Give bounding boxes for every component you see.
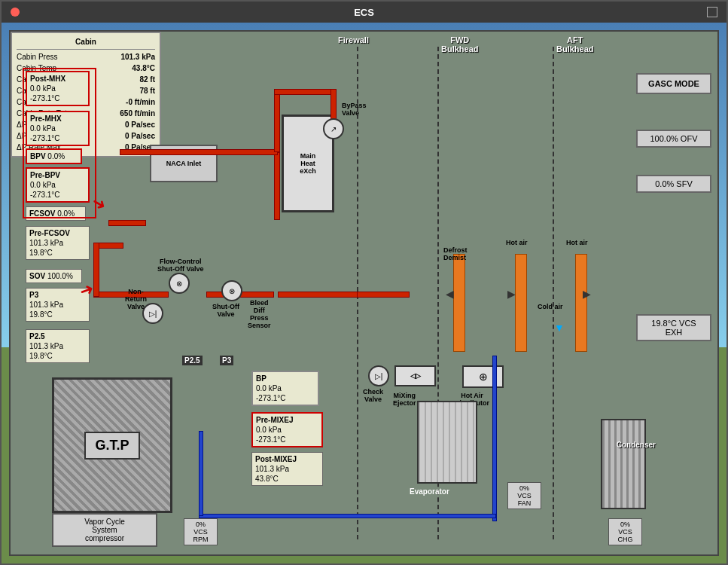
check-valve-label: CheckValve — [363, 388, 383, 403]
gtp-box: G.T.P — [52, 377, 172, 513]
bp-box: BP 0.0 kPa -273.1°C — [251, 371, 319, 406]
aft-bulkhead-label: AFT Bulkhead — [556, 35, 594, 53]
cold-air-label: Cold air — [538, 303, 563, 310]
vcs-exh-display: 19.8°C VCS EXH — [636, 314, 711, 341]
app-window: ECS Firewall FWD Bulkhead AFT Bulkhead — [0, 0, 728, 565]
vcs-fan-display: 0% VCS FAN — [507, 482, 541, 509]
flow-control-label: Flow-ControlShut-Off Valve — [157, 258, 204, 273]
pipe-red-v3 — [274, 92, 280, 152]
evaporator — [417, 401, 477, 484]
hot-air-distributor[interactable]: ⊕ — [462, 365, 504, 388]
window-title: ECS — [354, 7, 374, 18]
bypass-valve[interactable]: ↗ — [323, 118, 344, 139]
title-bar: ECS — [2, 2, 726, 23]
fcsov-box: FCSOV 0.0% — [26, 206, 86, 221]
duct-arrow-3: ▶ — [583, 288, 591, 300]
cold-air-arrow: ▼ — [554, 322, 565, 334]
post-mhx-box: Post-MHX 0.0 kPa -273.1°C — [26, 71, 90, 106]
main-content: Firewall FWD Bulkhead AFT Bulkhead Post-… — [2, 23, 726, 563]
vcs-compressor-label: Vapor Cycle System compressor — [52, 513, 157, 547]
check-valve[interactable]: ▷| — [368, 365, 389, 386]
condenser-unit — [601, 419, 646, 509]
pipe-red-v2 — [274, 152, 280, 220]
vcs-rpm-display: 0% VCS RPM — [184, 518, 218, 545]
shutoff-valve-label: Shut-OffValve — [212, 303, 239, 318]
defrost-duct — [453, 254, 465, 352]
blue-pipe-v1 — [492, 356, 497, 521]
pipe-red-h5 — [120, 149, 278, 155]
evaporator-label: Evaporator — [410, 487, 449, 496]
bleed-diff-press-label: BleedDiffPressSensor — [248, 299, 271, 329]
p25-pipe-label: P2.5 — [182, 356, 203, 365]
p25-box: P2.5 101.3 kPa 19.8°C — [26, 329, 90, 363]
ecs-diagram: Firewall FWD Bulkhead AFT Bulkhead Post-… — [9, 30, 719, 556]
bypass-valve-label: ByPassValve — [342, 102, 367, 117]
pipe-red-v1 — [93, 243, 99, 297]
sov-box: SOV 100.0% — [26, 269, 82, 283]
non-return-valve-label: Non-ReturnValve — [125, 288, 147, 310]
sfv-button[interactable]: 0.0% SFV — [636, 175, 711, 193]
maximize-button[interactable] — [707, 7, 717, 17]
vcs-chg-display: 0% VCS CHG — [608, 518, 642, 545]
pipe-red-h8 — [357, 292, 410, 298]
p3-pipe-label: P3 — [220, 356, 233, 365]
shutoff-valve[interactable]: ⊗ — [221, 280, 242, 301]
hot-air-duct-right — [575, 254, 587, 352]
pre-mhx-box: Pre-MHX 0.0 kPa -273.1°C — [26, 111, 90, 146]
pipe-red-h6 — [274, 89, 334, 95]
pre-bpv-box: Pre-BPV 0.0 kPa -273.1°C — [26, 167, 90, 203]
bpv-box: BPV 0.0% — [26, 148, 82, 164]
duct-arrow-1: ◀ — [446, 288, 454, 300]
flow-control-valve[interactable]: ⊗ — [169, 273, 190, 294]
duct-arrow-2: ▶ — [507, 288, 516, 300]
close-button[interactable] — [11, 8, 20, 17]
mixing-ejector[interactable]: ◁▷ — [394, 365, 436, 386]
pre-mixej-box: Pre-MIXEJ 0.0 kPa -273.1°C — [251, 412, 323, 447]
pre-fcsov-box: Pre-FCSOV 101.3 kPa 19.8°C — [26, 226, 90, 260]
hot-air-left-label: Hot air — [506, 239, 528, 246]
pipe-red-h7 — [278, 292, 361, 298]
hot-air-right-label: Hot air — [566, 239, 588, 246]
condenser-label: Condenser — [617, 441, 656, 449]
fwd-bulkhead-label: FWD Bulkhead — [441, 35, 479, 53]
post-mixej-box: Post-MIXEJ 101.3 kPa 43.8°C — [251, 452, 323, 486]
pipe-red-h4 — [108, 220, 146, 226]
hot-air-duct-left — [515, 254, 527, 352]
aft-bulkhead-line — [553, 47, 554, 539]
blue-pipe-h1 — [199, 514, 496, 518]
gtp-label: G.T.P — [84, 432, 139, 460]
gasc-mode-button[interactable]: GASC MODE — [636, 73, 711, 94]
firewall-label: Firewall — [338, 35, 369, 44]
red-arrow-1: ➜ — [88, 191, 110, 215]
ofv-button[interactable]: 100.0% OFV — [636, 130, 711, 148]
defrost-demist-label: DefrostDemist — [443, 246, 468, 261]
blue-pipe-v2 — [199, 431, 203, 516]
mixing-ejector-label: MiXingEjector — [393, 392, 416, 407]
